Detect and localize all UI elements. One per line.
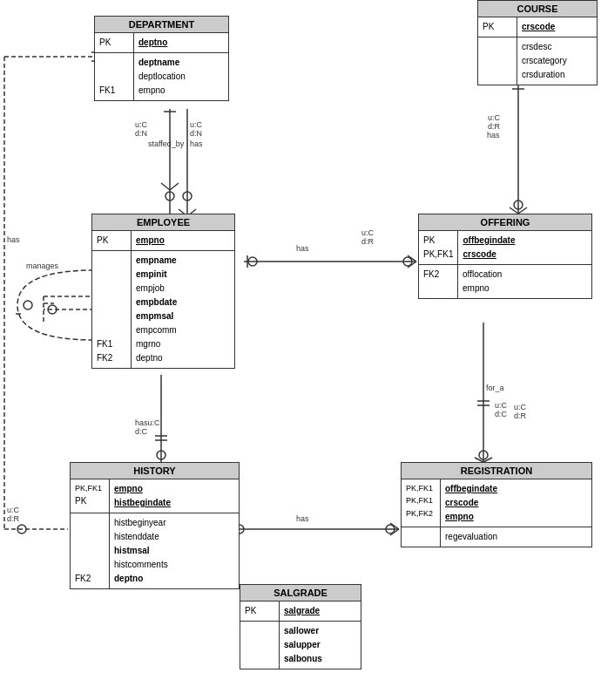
svg-point-11 (24, 301, 32, 309)
department-keys: PK (95, 33, 134, 52)
svg-line-37 (390, 523, 399, 529)
reg-regevaluation: regevaluation (445, 530, 497, 544)
dept-deptlocation: deptlocation (138, 70, 186, 84)
off-offbegindate: offbegindate (463, 234, 515, 248)
off-pk-label: PK (423, 234, 453, 248)
course-crscode: crscode (522, 20, 555, 34)
off-crscode: crscode (463, 248, 515, 262)
history-fields2: histbeginyear histenddate histmsal histc… (110, 513, 172, 588)
registration-fields2: regevaluation (441, 527, 502, 547)
employee-entity: EMPLOYEE PK empno FK1 FK2 empname (91, 214, 235, 369)
dept-pk-label: PK (99, 36, 129, 50)
course-keys2 (478, 37, 517, 85)
sal-salbonus: salbonus (284, 652, 322, 666)
sal-pk-label: PK (245, 604, 274, 618)
has-emp-offering-label: has (296, 244, 309, 253)
emp-empbdate: empbdate (136, 296, 177, 309)
offering-entity: OFFERING PK PK,FK1 offbegindate crscode … (418, 214, 592, 299)
dept-fields2: deptname deptlocation empno (134, 53, 190, 100)
svg-point-7 (183, 192, 192, 200)
uc-dn-dept-label: u:Cd:N (135, 120, 147, 138)
has-hist-reg-label: has (296, 514, 309, 523)
svg-line-21 (408, 255, 416, 262)
course-keys: PK (478, 17, 517, 37)
reg-empno: empno (445, 510, 497, 524)
reg-pkfk1a-label: PK,FK1 (406, 482, 436, 494)
hist-empno: empno (114, 482, 171, 496)
registration-keys2 (402, 527, 441, 547)
history-entity: HISTORY PK,FK1 PK empno histbegindate FK… (70, 462, 240, 589)
hist-histcomments: histcomments (114, 558, 168, 572)
emp-empcomm: empcomm (136, 323, 177, 337)
registration-fields: offbegindate crscode empno (441, 479, 502, 527)
off-fk2-label: FK2 (423, 268, 453, 282)
offering-fields: offbegindate crscode (458, 231, 519, 264)
svg-line-38 (390, 529, 399, 535)
history-keys2: FK2 (71, 513, 110, 588)
emp-pk-label: PK (97, 234, 126, 248)
er-diagram: staffed_by has u:Cd:N u:Cd:N has u:Cd:R … (0, 0, 601, 700)
sal-sallower: sallower (284, 624, 322, 638)
salgrade-keys2 (240, 622, 280, 669)
hist-pkfk1-label: PK,FK1 (75, 482, 105, 494)
course-fields2: crsdesc crscategory crsduration (517, 37, 571, 85)
dept-keys2: FK1 (95, 53, 134, 100)
department-title: DEPARTMENT (95, 17, 228, 33)
salgrade-title: SALGRADE (240, 585, 361, 601)
has-dept-label: has (190, 139, 203, 148)
svg-point-49 (48, 305, 57, 314)
offering-fields2: offlocation empno (458, 265, 506, 298)
off-offlocation: offlocation (463, 268, 502, 282)
hist-pk-label: PK (75, 494, 105, 508)
history-keys: PK,FK1 PK (71, 479, 110, 513)
reg-crscode: crscode (445, 496, 497, 510)
employee-fields: empno (132, 231, 169, 250)
emp-deptno: deptno (136, 351, 177, 365)
course-fields: crscode (517, 17, 559, 37)
hist-fk2-label: FK2 (75, 572, 105, 586)
staffed-by-label: staffed_by (148, 139, 184, 148)
department-fields: deptno (134, 33, 172, 52)
svg-point-23 (403, 257, 412, 266)
sal-salgrade: salgrade (284, 604, 320, 618)
dept-fk1-label: FK1 (99, 84, 129, 98)
has-left-label: has (7, 235, 20, 244)
emp-keys2: FK1 FK2 (92, 251, 132, 368)
uc-dc-reg-label: u:Cd:C (495, 401, 507, 418)
uc-dr-offering-label: u:Cd:R (361, 228, 374, 246)
uc-label2: u:Cd:N (190, 120, 202, 138)
offering-keys: PK PK,FK1 (419, 231, 458, 264)
hasu-c-label: hasu:Cd:C (135, 418, 160, 436)
dept-empno: empno (138, 84, 186, 98)
emp-fields2: empname empinit empjob empbdate empmsal … (132, 251, 181, 368)
hist-histenddate: histenddate (114, 530, 168, 544)
svg-line-22 (408, 262, 416, 268)
uc-dr-reg-label2: u:Cd:R (514, 403, 526, 420)
hist-histbeginyear: histbeginyear (114, 516, 168, 530)
svg-point-45 (17, 525, 26, 533)
course-pk-label: PK (483, 20, 512, 34)
svg-line-27 (510, 207, 518, 214)
svg-point-25 (514, 200, 523, 209)
emp-fk1-label: FK1 (97, 337, 126, 351)
registration-keys: PK,FK1 PK,FK1 PK,FK2 (402, 479, 441, 527)
uc-label-left: u:Cd:R (7, 506, 19, 523)
reg-pkfk2-label: PK,FK2 (406, 507, 436, 520)
svg-point-19 (248, 257, 257, 266)
registration-title: REGISTRATION (402, 463, 591, 479)
hist-histbegindate: histbegindate (114, 496, 171, 510)
emp-empinit: empinit (136, 268, 177, 282)
course-crsdesc: crsdesc (522, 40, 567, 54)
hist-deptno: deptno (114, 572, 168, 586)
svg-point-17 (157, 451, 165, 459)
manages-label: manages (26, 262, 58, 270)
course-title: COURSE (478, 1, 597, 17)
emp-empname: empname (136, 254, 177, 268)
employee-title: EMPLOYEE (92, 214, 234, 231)
hist-histmsal: histmsal (114, 544, 168, 558)
off-empno: empno (463, 282, 502, 296)
reg-pkfk1b-label: PK,FK1 (406, 494, 436, 506)
department-entity: DEPARTMENT PK deptno FK1 deptname deptlo… (94, 16, 229, 101)
course-crsduration: crsduration (522, 68, 567, 82)
off-pkfk1-label: PK,FK1 (423, 248, 453, 262)
